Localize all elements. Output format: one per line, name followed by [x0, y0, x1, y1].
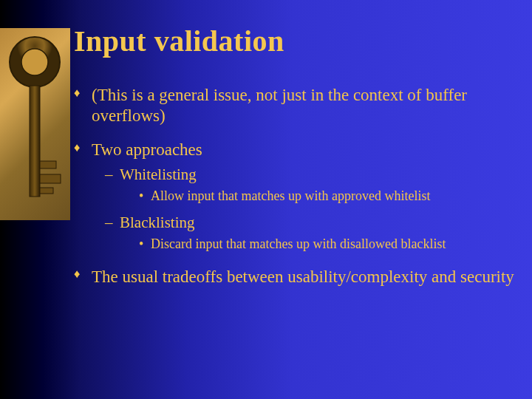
bullet-text: (This is a general issue, not just in th… [92, 86, 467, 125]
list-item: Whitelisting Allow input that matches up… [105, 165, 517, 205]
bullet-text: Discard input that matches up with disal… [151, 236, 446, 251]
list-item: Blacklisting Discard input that matches … [105, 213, 517, 253]
bullet-text: Two approaches [92, 140, 202, 159]
svg-rect-4 [40, 174, 61, 183]
svg-point-1 [21, 49, 48, 75]
slide-title: Input validation [74, 24, 517, 58]
bullet-text: Allow input that matches up with approve… [151, 188, 430, 203]
list-item: Discard input that matches up with disal… [139, 236, 517, 253]
list-item: Allow input that matches up with approve… [139, 188, 517, 205]
svg-rect-5 [40, 188, 53, 194]
bullet-list: (This is a general issue, not just in th… [74, 85, 517, 287]
list-item: (This is a general issue, not just in th… [74, 85, 517, 126]
key-icon [0, 28, 70, 220]
bullet-text: Blacklisting [120, 214, 195, 231]
svg-rect-3 [40, 161, 56, 168]
bullet-text: Whitelisting [120, 166, 197, 183]
decorative-key-image [0, 28, 70, 220]
svg-rect-2 [30, 86, 40, 197]
list-item: Two approaches Whitelisting Allow input … [74, 140, 517, 253]
sub-list: Whitelisting Allow input that matches up… [92, 165, 517, 253]
sub-sub-list: Allow input that matches up with approve… [120, 188, 517, 205]
bullet-text: The usual tradeoffs between usability/co… [92, 267, 514, 286]
sub-sub-list: Discard input that matches up with disal… [120, 236, 517, 253]
slide-content: Input validation (This is a general issu… [74, 24, 517, 301]
list-item: The usual tradeoffs between usability/co… [74, 267, 517, 287]
